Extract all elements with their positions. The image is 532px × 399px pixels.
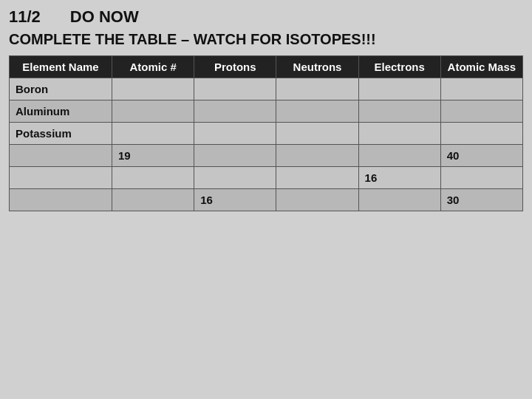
cell-atomic <box>112 78 194 100</box>
header-line: 11/2 DO NOW <box>9 7 523 27</box>
col-header-electrons: Electrons <box>358 56 440 78</box>
page: 11/2 DO NOW COMPLETE THE TABLE – WATCH F… <box>0 0 532 399</box>
cell-mass <box>440 167 522 189</box>
cell-neutrons <box>276 189 358 211</box>
table-row: 1630 <box>10 189 523 211</box>
cell-atomic <box>112 100 194 123</box>
cell-protons <box>194 123 276 145</box>
cell-atomic <box>112 167 194 189</box>
col-header-protons: Protons <box>194 56 276 78</box>
cell-electrons <box>358 100 440 123</box>
cell-electrons <box>358 145 440 167</box>
cell-protons: 16 <box>194 189 276 211</box>
cell-neutrons <box>276 123 358 145</box>
subtitle: COMPLETE THE TABLE – WATCH FOR ISOTOPES!… <box>9 31 523 48</box>
cell-neutrons <box>276 100 358 123</box>
cell-protons <box>194 167 276 189</box>
cell-electrons: 16 <box>358 167 440 189</box>
cell-electrons <box>358 189 440 211</box>
cell-mass: 40 <box>440 145 522 167</box>
table-row: Potassium <box>10 123 523 145</box>
cell-atomic <box>112 189 194 211</box>
cell-mass: 30 <box>440 189 522 211</box>
cell-protons <box>194 78 276 100</box>
cell-electrons <box>358 123 440 145</box>
cell-protons <box>194 100 276 123</box>
cell-atomic <box>112 123 194 145</box>
cell-neutrons <box>276 145 358 167</box>
cell-name <box>10 145 112 167</box>
table-row: 16 <box>10 167 523 189</box>
cell-neutrons <box>276 78 358 100</box>
date-label: 11/2 <box>9 7 41 27</box>
col-header-neutrons: Neutrons <box>276 56 358 78</box>
table-row: 1940 <box>10 145 523 167</box>
cell-name: Potassium <box>10 123 112 145</box>
do-now-label: DO NOW <box>70 7 139 27</box>
cell-name <box>10 189 112 211</box>
cell-neutrons <box>276 167 358 189</box>
col-header-mass: Atomic Mass <box>440 56 522 78</box>
cell-atomic: 19 <box>112 145 194 167</box>
table-row: Aluminum <box>10 100 523 123</box>
cell-electrons <box>358 78 440 100</box>
col-header-name: Element Name <box>10 56 112 78</box>
cell-name <box>10 167 112 189</box>
table-header-row: Element Name Atomic # Protons Neutrons E… <box>10 56 523 78</box>
cell-protons <box>194 145 276 167</box>
cell-name: Aluminum <box>10 100 112 123</box>
cell-mass <box>440 78 522 100</box>
cell-mass <box>440 123 522 145</box>
cell-mass <box>440 100 522 123</box>
table-row: Boron <box>10 78 523 100</box>
col-header-atomic: Atomic # <box>112 56 194 78</box>
cell-name: Boron <box>10 78 112 100</box>
isotopes-table: Element Name Atomic # Protons Neutrons E… <box>9 55 523 211</box>
